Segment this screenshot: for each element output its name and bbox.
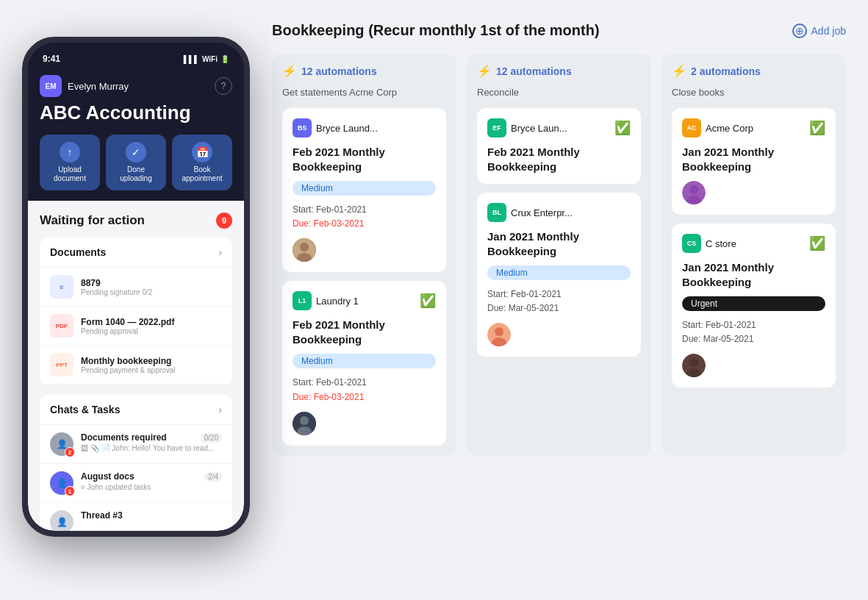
doc-info-3: Monthly bookkeeping Pending payment & ap… [81,356,175,374]
client-row-4: BL Crux Enterpr... [487,203,631,222]
job-card-4: BL Crux Enterpr... Jan 2021 Monthly Book… [477,193,641,357]
doc-item-form1040[interactable]: PDF Form 1040 — 2022.pdf Pending approva… [40,307,232,346]
client-row-5: AC Acme Corp ✅ [682,118,825,138]
phone-body: Waiting for action 9 Documents › ≡ 8879 … [28,201,244,531]
due-date-4: Due: Mar-05-2021 [487,301,631,315]
doc-item-bookkeeping[interactable]: PPT Monthly bookkeeping Pending payment … [40,346,232,385]
doc-status-3: Pending payment & approval [81,366,175,374]
phone-notch [92,43,180,63]
start-date-1: Start: Feb-01-2021 [293,203,436,217]
priority-badge-4: Medium [487,265,631,280]
job-title-5: Jan 2021 Monthly Bookkeeping [682,145,825,174]
client-name-2: Laundry 1 [316,296,359,307]
job-title-6: Jan 2021 Monthly Bookkeeping [682,260,825,289]
client-row-2: L1 Laundry 1 ✅ [293,291,436,310]
doc-item-8879[interactable]: ≡ 8879 Pending signature 0/2 [40,268,232,307]
doc-icon-pdf: PDF [50,314,73,338]
svg-point-10 [689,185,698,194]
chat-preview-1: 🖼 📎 📄 John: Hello! You have to read... [81,444,222,452]
due-date-2: Due: Feb-03-2021 [293,390,436,404]
waiting-section-header: Waiting for action 9 [40,213,232,229]
col2-automations: 12 automations [496,65,572,77]
lightning-icon-2: ⚡ [477,64,492,78]
assignee-avatar-4 [487,323,511,346]
priority-badge-2: Medium [293,354,436,368]
upload-document-button[interactable]: ↑ Uploaddocument [40,135,100,190]
help-button[interactable]: ? [215,77,232,95]
col3-header: ⚡ 2 automations [672,64,836,78]
done-uploading-button[interactable]: ✓ Doneuploading [106,135,166,190]
chat-preview-2: ≡ John updated tasks [81,483,222,491]
client-row-3: EF Bryce Laun... ✅ [487,118,631,138]
client-info-2: L1 Laundry 1 [293,291,359,310]
check-icon-6: ✅ [809,235,825,251]
column-get-statements: ⚡ 12 automations Get statements Acme Cor… [272,54,456,456]
col3-automations: 2 automations [691,65,761,77]
check-icon-3: ✅ [614,120,631,136]
right-panel: Bookkeeping (Recur monthly 1st of the mo… [250,22,846,456]
wifi-icon: WiFi [202,55,218,63]
doc-name-3: Monthly bookkeeping [81,356,175,366]
add-job-button[interactable]: ⊕ Add job [792,24,846,38]
waiting-title: Waiting for action [40,213,145,228]
job-title-3: Feb 2021 Monthly Bookkeeping [487,145,631,174]
time-display: 9:41 [43,54,60,64]
chat-count-1: 0/20 [201,433,222,443]
start-date-6: Start: Feb-01-2021 [682,318,825,332]
job-card-6: CS C store ✅ Jan 2021 Monthly Bookkeepin… [672,224,836,388]
done-upload-icon: ✓ [126,142,146,162]
chats-header[interactable]: Chats & Tasks › [40,395,232,425]
assignee-avatar-5 [682,181,706,204]
job-title-1: Feb 2021 Monthly Bookkeeping [293,145,436,174]
client-info-6: CS C store [682,234,736,253]
svg-point-7 [495,327,503,336]
documents-header[interactable]: Documents › [40,238,232,268]
client-avatar-bs: BS [293,118,312,138]
client-name-3: Bryce Laun... [511,123,567,134]
book-appointment-button[interactable]: 📅 Bookappointment [172,135,232,190]
col2-subtitle: Reconcile [477,87,641,98]
due-date-1: Due: Feb-03-2021 [293,217,436,231]
col1-header: ⚡ 12 automations [282,64,446,78]
done-upload-label: Doneuploading [120,165,151,183]
job-card-1: BS Bryce Laund... Feb 2021 Monthly Bookk… [282,108,446,272]
columns-container: ⚡ 12 automations Get statements Acme Cor… [272,54,846,456]
job-card-2: L1 Laundry 1 ✅ Feb 2021 Monthly Bookkeep… [282,281,446,445]
client-avatar-cs: CS [682,234,701,253]
upload-label: Uploaddocument [54,165,86,183]
chat-badge-2: 1 [65,486,75,496]
doc-status: Pending signature 0/2 [81,288,152,296]
assignee-avatar-1 [293,238,316,262]
job-title-4: Jan 2021 Monthly Bookkeeping [487,229,631,258]
documents-block: Documents › ≡ 8879 Pending signature 0/2… [40,238,232,385]
chat-item-docs-required[interactable]: 👤 2 Documents required 0/20 🖼 📎 📄 John: … [40,425,232,464]
client-name-5: Acme Corp [706,123,753,134]
chat-badge-1: 2 [65,447,75,457]
client-info-5: AC Acme Corp [682,118,753,138]
client-name-6: C store [706,238,736,249]
chat-item-august-docs[interactable]: 👤 1 August docs 2/4 ≡ John updated tasks [40,464,232,503]
svg-point-13 [689,358,698,367]
page-title: Bookkeeping (Recur monthly 1st of the mo… [272,22,600,39]
chat-item-thread3[interactable]: 👤 Thread #3 [40,503,232,531]
user-avatar: EM [40,75,62,97]
doc-status-2: Pending approval [81,327,174,335]
doc-icon-ppt: PPT [50,353,73,376]
calendar-icon: 📅 [192,142,212,162]
chats-title: Chats & Tasks [50,404,120,415]
assignee-avatar-6 [682,354,706,377]
priority-badge-1: Medium [293,181,436,196]
client-avatar-l1: L1 [293,291,312,310]
panel-header: Bookkeeping (Recur monthly 1st of the mo… [272,22,846,39]
job-card-5: AC Acme Corp ✅ Jan 2021 Monthly Bookkeep… [672,108,836,215]
client-info-1: BS Bryce Laund... [293,118,378,138]
client-name-4: Crux Enterpr... [511,207,573,218]
doc-icon-list: ≡ [50,275,73,299]
chat-title-1: Documents required [81,432,167,443]
waiting-count-badge: 9 [216,213,232,229]
chat-title-3: Thread #3 [81,510,123,521]
phone-mockup: 9:41 ▌▌▌ WiFi 🔋 EM Evelyn Murray ? ABC A… [22,37,250,537]
client-avatar-ac: AC [682,118,701,138]
documents-chevron: › [218,246,222,258]
doc-info-2: Form 1040 — 2022.pdf Pending approval [81,317,174,335]
